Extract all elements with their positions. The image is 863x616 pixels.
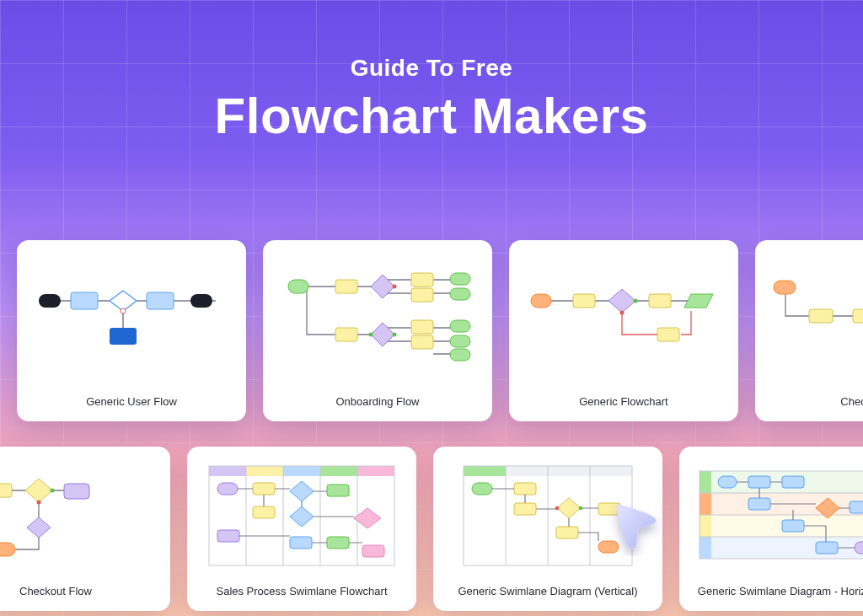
svg-rect-70	[548, 466, 590, 476]
svg-rect-88	[700, 537, 711, 559]
svg-point-25	[369, 333, 373, 337]
svg-rect-105	[855, 542, 863, 554]
thumb-checkout2	[0, 458, 158, 573]
svg-rect-51	[357, 466, 394, 476]
card-sales-swimlane[interactable]: Sales Process Swimlane Flowchart	[187, 447, 416, 611]
hero-title: Flowchart Makers	[0, 87, 863, 145]
svg-rect-76	[472, 483, 492, 495]
svg-rect-1	[39, 294, 61, 308]
card-label: Generic Swimlane Diagram - Horizontal	[691, 585, 863, 597]
card-onboarding-flow[interactable]: Onboarding Flow	[263, 240, 492, 421]
svg-rect-9	[288, 280, 308, 293]
svg-rect-77	[514, 483, 536, 495]
svg-marker-59	[290, 481, 314, 501]
svg-point-8	[121, 308, 126, 313]
card-label: Onboarding Flow	[275, 395, 480, 408]
svg-point-45	[37, 501, 41, 505]
svg-rect-104	[816, 542, 838, 554]
svg-rect-12	[411, 273, 433, 287]
svg-rect-69	[506, 466, 548, 476]
svg-rect-60	[327, 485, 349, 496]
svg-rect-66	[327, 537, 349, 549]
svg-marker-43	[27, 517, 51, 538]
svg-rect-99	[782, 476, 804, 488]
svg-marker-17	[371, 323, 394, 346]
svg-rect-80	[556, 527, 578, 538]
svg-rect-97	[718, 476, 737, 488]
svg-rect-81	[598, 503, 620, 515]
svg-rect-82	[598, 541, 619, 553]
svg-rect-13	[411, 288, 433, 302]
svg-rect-14	[450, 273, 470, 285]
svg-point-24	[393, 333, 397, 337]
svg-rect-100	[748, 498, 770, 510]
card-label: Checkout Fl	[767, 395, 863, 408]
card-checkout-flow-partial[interactable]: Checkout Fl	[755, 240, 863, 421]
thumb-swimlane-horiz	[691, 458, 863, 573]
svg-rect-5	[190, 294, 212, 308]
svg-rect-102	[850, 501, 863, 513]
thumb-genericflow	[521, 252, 726, 383]
svg-rect-57	[217, 483, 238, 495]
svg-marker-28	[608, 289, 635, 313]
svg-point-46	[51, 489, 55, 493]
svg-rect-15	[450, 288, 470, 300]
card-generic-flowchart[interactable]: Generic Flowchart	[509, 240, 738, 421]
svg-marker-63	[354, 508, 381, 528]
card-label: Generic Swimlane Diagram (Vertical)	[445, 585, 651, 597]
svg-rect-22	[450, 349, 470, 361]
svg-rect-47	[209, 466, 246, 476]
svg-rect-18	[411, 320, 433, 334]
svg-rect-34	[774, 281, 796, 294]
card-swimlane-vertical[interactable]: Generic Swimlane Diagram (Vertical)	[433, 447, 662, 611]
svg-rect-42	[64, 484, 89, 499]
thumb-userflow	[29, 252, 234, 383]
svg-rect-20	[450, 320, 470, 332]
svg-rect-50	[320, 466, 357, 476]
svg-rect-86	[700, 493, 711, 515]
svg-rect-68	[464, 466, 506, 476]
card-label: Checkout Flow	[0, 585, 158, 597]
svg-rect-103	[782, 520, 804, 532]
svg-marker-30	[684, 294, 713, 308]
thumb-swimlane-vert	[445, 458, 651, 573]
thumb-swimlane-sales	[199, 458, 405, 573]
svg-rect-64	[217, 530, 239, 542]
svg-rect-7	[110, 328, 137, 345]
svg-point-33	[634, 299, 638, 303]
svg-rect-58	[253, 483, 275, 495]
svg-rect-31	[657, 328, 679, 341]
svg-point-83	[555, 506, 560, 511]
svg-rect-65	[290, 537, 312, 549]
svg-point-84	[579, 506, 583, 511]
svg-marker-41	[25, 479, 52, 502]
hero-subtitle: Guide To Free	[0, 55, 863, 82]
svg-point-23	[393, 285, 397, 289]
svg-point-32	[620, 311, 624, 315]
svg-rect-36	[853, 309, 863, 323]
card-checkout-flow-2[interactable]: Checkout Flow	[0, 447, 170, 611]
thumb-checkout-partial	[767, 252, 863, 383]
svg-rect-98	[748, 476, 770, 488]
template-row-2: Checkout Flow	[0, 447, 863, 611]
card-label: Generic User Flow	[29, 395, 234, 408]
svg-rect-48	[246, 466, 283, 476]
card-generic-user-flow[interactable]: Generic User Flow	[17, 240, 246, 421]
svg-rect-67	[362, 545, 384, 557]
template-row-1: Generic User Flow	[0, 240, 863, 421]
svg-rect-4	[147, 292, 174, 309]
svg-rect-21	[450, 335, 470, 347]
thumb-onboarding	[275, 252, 480, 383]
hero-heading: Guide To Free Flowchart Makers	[0, 0, 863, 145]
svg-marker-62	[290, 506, 314, 527]
card-swimlane-horizontal[interactable]: Generic Swimlane Diagram - Horizontal	[679, 447, 863, 611]
svg-rect-27	[573, 294, 595, 308]
svg-rect-2	[71, 292, 98, 309]
svg-rect-16	[335, 328, 357, 341]
card-label: Generic Flowchart	[521, 395, 726, 408]
svg-rect-10	[335, 280, 357, 293]
svg-rect-26	[531, 294, 551, 308]
svg-rect-29	[649, 294, 671, 308]
svg-rect-19	[411, 335, 433, 349]
svg-rect-44	[0, 543, 15, 556]
